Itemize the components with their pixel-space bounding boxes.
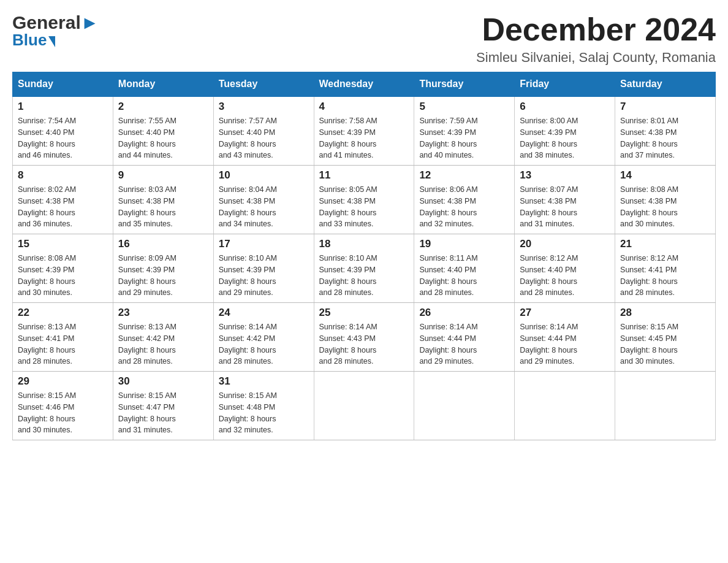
day-info: Sunrise: 7:58 AMSunset: 4:39 PMDaylight:…	[319, 115, 409, 161]
day-info: Sunrise: 8:15 AMSunset: 4:45 PMDaylight:…	[620, 321, 710, 367]
calendar-cell: 19 Sunrise: 8:11 AMSunset: 4:40 PMDaylig…	[414, 234, 515, 303]
calendar-cell: 16 Sunrise: 8:09 AMSunset: 4:39 PMDaylig…	[113, 234, 213, 303]
weekday-header-saturday: Saturday	[615, 72, 716, 97]
calendar-cell: 27 Sunrise: 8:14 AMSunset: 4:44 PMDaylig…	[515, 303, 615, 372]
logo-blue-text: Blue	[12, 31, 47, 50]
month-title: December 2024	[476, 12, 716, 47]
day-number: 12	[419, 169, 509, 182]
day-number: 26	[419, 307, 509, 319]
day-number: 24	[219, 307, 309, 319]
day-number: 5	[419, 101, 509, 113]
calendar-table: SundayMondayTuesdayWednesdayThursdayFrid…	[12, 72, 716, 440]
calendar-cell: 26 Sunrise: 8:14 AMSunset: 4:44 PMDaylig…	[414, 303, 515, 372]
day-number: 18	[319, 238, 409, 250]
day-info: Sunrise: 8:13 AMSunset: 4:42 PMDaylight:…	[118, 321, 208, 367]
day-info: Sunrise: 8:07 AMSunset: 4:38 PMDaylight:…	[520, 184, 610, 230]
day-number: 1	[18, 101, 108, 113]
day-info: Sunrise: 8:12 AMSunset: 4:40 PMDaylight:…	[520, 253, 610, 299]
day-info: Sunrise: 8:11 AMSunset: 4:40 PMDaylight:…	[419, 253, 509, 299]
calendar-cell	[515, 372, 615, 440]
day-number: 28	[620, 307, 710, 319]
calendar-cell: 30 Sunrise: 8:15 AMSunset: 4:47 PMDaylig…	[113, 372, 213, 440]
calendar-week-row: 8 Sunrise: 8:02 AMSunset: 4:38 PMDayligh…	[13, 166, 716, 234]
day-number: 11	[319, 169, 409, 182]
day-info: Sunrise: 8:15 AMSunset: 4:46 PMDaylight:…	[18, 390, 108, 436]
location-title: Simleu Silvaniei, Salaj County, Romania	[476, 50, 716, 66]
day-number: 20	[520, 238, 610, 250]
logo-blue-arrow	[48, 36, 55, 47]
title-block: December 2024 Simleu Silvaniei, Salaj Co…	[476, 12, 716, 66]
page-header: General► Blue December 2024 Simleu Silva…	[12, 12, 716, 66]
day-info: Sunrise: 8:08 AMSunset: 4:38 PMDaylight:…	[620, 184, 710, 230]
calendar-week-row: 29 Sunrise: 8:15 AMSunset: 4:46 PMDaylig…	[13, 372, 716, 440]
calendar-cell: 8 Sunrise: 8:02 AMSunset: 4:38 PMDayligh…	[13, 166, 113, 234]
day-info: Sunrise: 8:09 AMSunset: 4:39 PMDaylight:…	[118, 253, 208, 299]
day-info: Sunrise: 8:05 AMSunset: 4:38 PMDaylight:…	[319, 184, 409, 230]
calendar-cell: 15 Sunrise: 8:08 AMSunset: 4:39 PMDaylig…	[13, 234, 113, 303]
calendar-cell: 29 Sunrise: 8:15 AMSunset: 4:46 PMDaylig…	[13, 372, 113, 440]
day-number: 14	[620, 169, 710, 182]
weekday-header-friday: Friday	[515, 72, 615, 97]
day-number: 6	[520, 101, 610, 113]
weekday-header-row: SundayMondayTuesdayWednesdayThursdayFrid…	[13, 72, 716, 97]
calendar-cell: 9 Sunrise: 8:03 AMSunset: 4:38 PMDayligh…	[113, 166, 213, 234]
calendar-cell: 4 Sunrise: 7:58 AMSunset: 4:39 PMDayligh…	[314, 96, 414, 166]
day-info: Sunrise: 8:10 AMSunset: 4:39 PMDaylight:…	[219, 253, 309, 299]
day-number: 31	[219, 375, 309, 388]
calendar-cell: 21 Sunrise: 8:12 AMSunset: 4:41 PMDaylig…	[615, 234, 716, 303]
day-number: 25	[319, 307, 409, 319]
day-info: Sunrise: 7:55 AMSunset: 4:40 PMDaylight:…	[118, 115, 208, 161]
day-info: Sunrise: 8:12 AMSunset: 4:41 PMDaylight:…	[620, 253, 710, 299]
day-number: 29	[18, 375, 108, 388]
day-number: 19	[419, 238, 509, 250]
day-info: Sunrise: 8:14 AMSunset: 4:42 PMDaylight:…	[219, 321, 309, 367]
day-number: 17	[219, 238, 309, 250]
weekday-header-sunday: Sunday	[13, 72, 113, 97]
day-number: 9	[118, 169, 208, 182]
day-number: 23	[118, 307, 208, 319]
calendar-cell: 22 Sunrise: 8:13 AMSunset: 4:41 PMDaylig…	[13, 303, 113, 372]
day-number: 2	[118, 101, 208, 113]
calendar-week-row: 1 Sunrise: 7:54 AMSunset: 4:40 PMDayligh…	[13, 96, 716, 166]
day-number: 30	[118, 375, 208, 388]
calendar-cell: 11 Sunrise: 8:05 AMSunset: 4:38 PMDaylig…	[314, 166, 414, 234]
calendar-cell: 24 Sunrise: 8:14 AMSunset: 4:42 PMDaylig…	[213, 303, 314, 372]
day-info: Sunrise: 7:59 AMSunset: 4:39 PMDaylight:…	[419, 115, 509, 161]
day-number: 16	[118, 238, 208, 250]
weekday-header-tuesday: Tuesday	[213, 72, 314, 97]
calendar-cell	[615, 372, 716, 440]
calendar-cell: 25 Sunrise: 8:14 AMSunset: 4:43 PMDaylig…	[314, 303, 414, 372]
day-info: Sunrise: 8:06 AMSunset: 4:38 PMDaylight:…	[419, 184, 509, 230]
day-info: Sunrise: 8:01 AMSunset: 4:38 PMDaylight:…	[620, 115, 710, 161]
day-info: Sunrise: 7:54 AMSunset: 4:40 PMDaylight:…	[18, 115, 108, 161]
calendar-cell: 6 Sunrise: 8:00 AMSunset: 4:39 PMDayligh…	[515, 96, 615, 166]
day-info: Sunrise: 8:14 AMSunset: 4:44 PMDaylight:…	[520, 321, 610, 367]
day-number: 4	[319, 101, 409, 113]
day-number: 3	[219, 101, 309, 113]
calendar-cell: 10 Sunrise: 8:04 AMSunset: 4:38 PMDaylig…	[213, 166, 314, 234]
calendar-cell: 31 Sunrise: 8:15 AMSunset: 4:48 PMDaylig…	[213, 372, 314, 440]
day-info: Sunrise: 8:08 AMSunset: 4:39 PMDaylight:…	[18, 253, 108, 299]
calendar-cell: 18 Sunrise: 8:10 AMSunset: 4:39 PMDaylig…	[314, 234, 414, 303]
calendar-cell: 23 Sunrise: 8:13 AMSunset: 4:42 PMDaylig…	[113, 303, 213, 372]
day-number: 22	[18, 307, 108, 319]
calendar-cell: 2 Sunrise: 7:55 AMSunset: 4:40 PMDayligh…	[113, 96, 213, 166]
day-number: 15	[18, 238, 108, 250]
calendar-cell: 20 Sunrise: 8:12 AMSunset: 4:40 PMDaylig…	[515, 234, 615, 303]
weekday-header-thursday: Thursday	[414, 72, 515, 97]
day-number: 10	[219, 169, 309, 182]
day-info: Sunrise: 8:15 AMSunset: 4:48 PMDaylight:…	[219, 390, 309, 436]
calendar-cell: 3 Sunrise: 7:57 AMSunset: 4:40 PMDayligh…	[213, 96, 314, 166]
day-info: Sunrise: 8:02 AMSunset: 4:38 PMDaylight:…	[18, 184, 108, 230]
calendar-week-row: 15 Sunrise: 8:08 AMSunset: 4:39 PMDaylig…	[13, 234, 716, 303]
day-info: Sunrise: 8:14 AMSunset: 4:43 PMDaylight:…	[319, 321, 409, 367]
calendar-cell: 1 Sunrise: 7:54 AMSunset: 4:40 PMDayligh…	[13, 96, 113, 166]
weekday-header-wednesday: Wednesday	[314, 72, 414, 97]
day-info: Sunrise: 8:15 AMSunset: 4:47 PMDaylight:…	[118, 390, 208, 436]
calendar-cell: 7 Sunrise: 8:01 AMSunset: 4:38 PMDayligh…	[615, 96, 716, 166]
weekday-header-monday: Monday	[113, 72, 213, 97]
day-info: Sunrise: 8:14 AMSunset: 4:44 PMDaylight:…	[419, 321, 509, 367]
day-info: Sunrise: 7:57 AMSunset: 4:40 PMDaylight:…	[219, 115, 309, 161]
calendar-cell	[414, 372, 515, 440]
day-number: 27	[520, 307, 610, 319]
